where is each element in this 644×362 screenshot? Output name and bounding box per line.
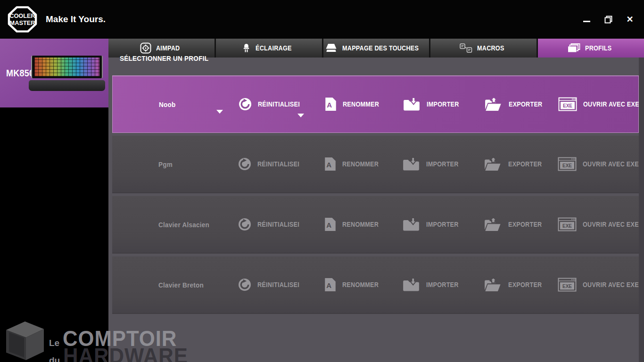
tab-label: MAPPAGE DES TOUCHES: [342, 44, 419, 52]
export-button[interactable]: EXPORTER: [482, 256, 558, 313]
logo-text-1: COOLER: [9, 12, 35, 19]
profile-row-pgm[interactable]: Pgm RÉINITIALISEI RENOMMER IMPORTER EXPO…: [112, 136, 639, 193]
page-title: SÉLECTIONNER UN PROFIL: [120, 54, 208, 62]
aimpad-icon: [140, 42, 151, 54]
import-label: IMPORTER: [426, 281, 459, 288]
rename-button[interactable]: RENOMMER: [324, 136, 402, 192]
reset-icon: [238, 157, 251, 171]
rename-button[interactable]: RENOMMER: [325, 76, 403, 132]
sidebar: MK850: [0, 39, 108, 362]
open-exe-label: OUVRIR AVEC EXE: [583, 100, 639, 108]
device-panel[interactable]: MK850: [0, 39, 108, 107]
profile-list: Noob RÉINITIALISEI RENOMMER IMPORTER: [112, 75, 639, 317]
tab-mappage-des-touches[interactable]: MAPPAGE DES TOUCHES: [323, 39, 431, 58]
tab-label: MACROS: [477, 44, 504, 52]
import-label: IMPORTER: [426, 221, 459, 228]
export-label: EXPORTER: [509, 100, 542, 108]
open-with-exe-button[interactable]: OUVRIR AVEC EXE: [558, 76, 644, 132]
tab-label: AIMPAD: [156, 44, 180, 52]
import-button[interactable]: IMPORTER: [402, 256, 482, 313]
open-exe-label: OUVRIR AVEC EXE: [583, 221, 639, 228]
profile-name[interactable]: Clavier Breton: [158, 281, 204, 289]
device-name: MK850: [6, 68, 34, 79]
keyboard-image: [31, 56, 103, 91]
reset-label: RÉINITIALISEI: [257, 221, 299, 228]
tab-eclairage[interactable]: ÉCLAIRAGE: [216, 39, 323, 58]
open-with-exe-button[interactable]: OUVRIR AVEC EXE: [558, 196, 644, 253]
export-label: EXPORTER: [508, 221, 542, 228]
export-button[interactable]: EXPORTER: [482, 196, 558, 253]
profile-row-clavier-breton[interactable]: Clavier Breton RÉINITIALISEI RENOMMER IM…: [112, 256, 639, 314]
restore-icon: [604, 16, 612, 24]
close-button[interactable]: ✕: [625, 15, 635, 24]
import-button[interactable]: IMPORTER: [402, 136, 482, 192]
profile-name[interactable]: Noob: [159, 100, 176, 108]
profiles-icon: [568, 43, 580, 53]
exe-window-icon: [558, 278, 577, 292]
macros-icon: [460, 43, 472, 53]
logo-text-2: MASTER: [10, 19, 35, 26]
keycap-icon: [325, 43, 338, 53]
rename-button[interactable]: RENOMMER: [324, 256, 402, 313]
tab-label: PROFILS: [585, 44, 612, 52]
profile-row-noob[interactable]: Noob RÉINITIALISEI RENOMMER IMPORTER: [112, 75, 639, 133]
restore-button[interactable]: [603, 15, 613, 24]
rename-button[interactable]: RENOMMER: [324, 196, 402, 253]
led-icon: [242, 43, 251, 54]
open-with-exe-button[interactable]: OUVRIR AVEC EXE: [558, 136, 644, 192]
import-icon: [402, 157, 420, 171]
minimize-button[interactable]: [582, 15, 591, 24]
window-controls: ✕: [582, 15, 635, 24]
reset-button[interactable]: RÉINITIALISEI: [226, 76, 325, 132]
reset-icon: [238, 278, 251, 291]
cooler-master-logo-icon: COOLER MASTER: [8, 6, 37, 33]
import-icon: [402, 217, 420, 231]
rename-label: RENOMMER: [342, 221, 379, 228]
rename-icon: [325, 97, 337, 111]
tab-profils[interactable]: PROFILS: [538, 39, 644, 58]
profile-row-clavier-alsacien[interactable]: Clavier Alsacien RÉINITIALISEI RENOMMER …: [112, 196, 639, 254]
reset-label: RÉINITIALISEI: [257, 281, 299, 288]
rename-icon: [324, 217, 336, 231]
exe-window-icon: [558, 217, 577, 231]
brand-tagline: Make It Yours.: [46, 14, 106, 25]
import-icon: [403, 97, 421, 111]
reset-label: RÉINITIALISEI: [257, 160, 299, 168]
rename-label: RENOMMER: [343, 100, 379, 108]
tab-label: ÉCLAIRAGE: [256, 44, 292, 52]
export-icon: [483, 156, 502, 172]
export-icon: [483, 277, 502, 292]
reset-button[interactable]: RÉINITIALISEI: [225, 136, 324, 192]
export-icon: [483, 217, 502, 232]
reset-button[interactable]: RÉINITIALISEI: [225, 256, 324, 313]
import-icon: [402, 278, 420, 292]
exe-window-icon: [558, 157, 577, 171]
import-button[interactable]: IMPORTER: [403, 76, 483, 132]
profile-name[interactable]: Pgm: [158, 160, 173, 168]
reset-icon: [239, 98, 252, 111]
open-with-exe-button[interactable]: OUVRIR AVEC EXE: [558, 256, 644, 313]
rename-label: RENOMMER: [342, 160, 379, 168]
import-label: IMPORTER: [426, 160, 459, 168]
rename-icon: [324, 278, 336, 292]
reset-icon: [238, 218, 251, 231]
main-content: AIMPAD ÉCLAIRAGE MAPPAGE DES TOUCHES: [108, 39, 644, 362]
exe-window-icon: [558, 97, 577, 111]
rename-icon: [324, 157, 336, 171]
tab-macros[interactable]: MACROS: [430, 39, 538, 58]
import-button[interactable]: IMPORTER: [402, 196, 482, 253]
open-exe-label: OUVRIR AVEC EXE: [583, 281, 639, 288]
import-label: IMPORTER: [427, 100, 459, 108]
profile-name[interactable]: Clavier Alsacien: [158, 221, 209, 229]
reset-label: RÉINITIALISEI: [258, 100, 300, 108]
open-exe-label: OUVRIR AVEC EXE: [583, 160, 639, 168]
chevron-down-icon[interactable]: [297, 114, 304, 117]
export-icon: [484, 97, 503, 112]
export-button[interactable]: EXPORTER: [482, 136, 558, 192]
reset-button[interactable]: RÉINITIALISEI: [225, 196, 324, 253]
export-button[interactable]: EXPORTER: [483, 76, 558, 132]
title-bar: COOLER MASTER Make It Yours. ✕: [0, 0, 644, 39]
chevron-down-icon[interactable]: [216, 110, 223, 114]
export-label: EXPORTER: [508, 160, 542, 168]
export-label: EXPORTER: [508, 281, 542, 288]
